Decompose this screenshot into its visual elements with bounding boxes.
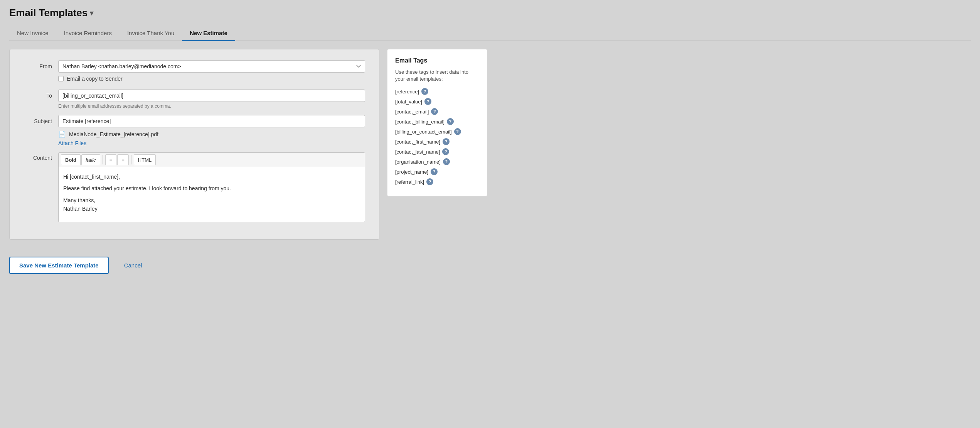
app-title: Email Templates ▾ — [9, 7, 971, 19]
tag-contact-first-name-text: [contact_first_name] — [395, 139, 440, 145]
email-copy-checkbox[interactable] — [58, 76, 64, 81]
email-tags-panel: Email Tags Use these tags to insert data… — [387, 49, 487, 196]
from-row: From Nathan Barley <nathan.barley@median… — [24, 60, 365, 83]
from-label: From — [24, 60, 58, 69]
main-content: From Nathan Barley <nathan.barley@median… — [0, 41, 980, 247]
tag-item-contact-email: [contact_email] ? — [395, 108, 479, 115]
attachment-filename: MediaNode_Estimate_[reference].pdf — [69, 131, 158, 137]
tag-contact-email-help[interactable]: ? — [431, 108, 438, 115]
tag-project-name-help[interactable]: ? — [431, 168, 438, 175]
tag-item-referral-link: [referral_link] ? — [395, 178, 479, 185]
email-copy-label: Email a copy to Sender — [67, 76, 123, 82]
editor-wrap: Bold Italic ≡ ≡ HTML Hi [contact_first_n… — [58, 152, 365, 222]
content-line1: Hi [contact_first_name], — [63, 173, 360, 181]
tag-item-reference: [reference] ? — [395, 88, 479, 95]
tag-item-contact-billing-email: [contact_billing_email] ? — [395, 118, 479, 125]
tag-item-contact-first-name: [contact_first_name] ? — [395, 138, 479, 145]
tab-new-estimate[interactable]: New Estimate — [182, 26, 235, 41]
save-button[interactable]: Save New Estimate Template — [9, 257, 109, 274]
content-row: Content Bold Italic ≡ ≡ HTML Hi [contact… — [24, 152, 365, 222]
toolbar-italic-btn[interactable]: Italic — [81, 154, 100, 165]
tag-contact-last-name-text: [contact_last_name] — [395, 149, 440, 155]
to-row: To Enter multiple email addresses separa… — [24, 90, 365, 109]
subject-label: Subject — [24, 115, 58, 124]
tag-reference-text: [reference] — [395, 89, 419, 95]
tag-total-value-help[interactable]: ? — [424, 98, 431, 105]
tag-project-name-text: [project_name] — [395, 169, 428, 175]
toolbar-divider-2 — [131, 155, 131, 164]
tag-contact-email-text: [contact_email] — [395, 109, 429, 115]
toolbar-unordered-list-btn[interactable]: ≡ — [105, 154, 117, 165]
app-title-text: Email Templates — [9, 7, 88, 19]
tab-invoice-reminders[interactable]: Invoice Reminders — [56, 26, 120, 41]
tag-item-contact-last-name: [contact_last_name] ? — [395, 148, 479, 155]
tag-item-billing-or-contact-email: [billing_or_contact_email] ? — [395, 128, 479, 135]
to-hint: Enter multiple email addresses separated… — [58, 103, 365, 109]
app-title-chevron[interactable]: ▾ — [90, 9, 93, 17]
content-label: Content — [24, 152, 58, 161]
attachment-row: 📄 MediaNode_Estimate_[reference].pdf — [58, 130, 365, 138]
tabs-nav: New Invoice Invoice Reminders Invoice Th… — [9, 26, 971, 41]
toolbar-bold-btn[interactable]: Bold — [61, 154, 81, 165]
tag-item-total-value: [total_value] ? — [395, 98, 479, 105]
tag-contact-first-name-help[interactable]: ? — [443, 138, 450, 145]
toolbar-ordered-list-btn[interactable]: ≡ — [117, 154, 129, 165]
editor-toolbar: Bold Italic ≡ ≡ HTML — [59, 153, 365, 167]
to-input[interactable] — [58, 90, 365, 102]
to-label: To — [24, 90, 58, 99]
subject-input[interactable] — [58, 115, 365, 127]
tag-organisation-name-help[interactable]: ? — [443, 158, 450, 165]
attach-files-link[interactable]: Attach Files — [58, 140, 86, 146]
email-tags-description: Use these tags to insert data into your … — [395, 69, 479, 83]
tag-total-value-text: [total_value] — [395, 99, 422, 105]
cancel-button[interactable]: Cancel — [115, 257, 152, 273]
tag-contact-billing-email-help[interactable]: ? — [447, 118, 454, 125]
editor-content[interactable]: Hi [contact_first_name], Please find att… — [59, 167, 365, 222]
attachment-file-icon: 📄 — [58, 130, 66, 138]
tag-contact-last-name-help[interactable]: ? — [442, 148, 449, 155]
tag-billing-or-contact-email-text: [billing_or_contact_email] — [395, 129, 452, 135]
toolbar-divider-1 — [103, 155, 103, 164]
tag-contact-billing-email-text: [contact_billing_email] — [395, 119, 445, 125]
form-card: From Nathan Barley <nathan.barley@median… — [9, 49, 379, 240]
tab-new-invoice[interactable]: New Invoice — [9, 26, 56, 41]
email-copy-row: Email a copy to Sender — [58, 76, 365, 82]
email-tags-title: Email Tags — [395, 57, 479, 64]
to-control-wrap: Enter multiple email addresses separated… — [58, 90, 365, 109]
content-line3: Many thanks, Nathan Barley — [63, 196, 360, 213]
content-control-wrap: Bold Italic ≡ ≡ HTML Hi [contact_first_n… — [58, 152, 365, 222]
content-line2: Please find attached your estimate. I lo… — [63, 184, 360, 193]
toolbar-html-btn[interactable]: HTML — [134, 154, 156, 165]
tag-referral-link-help[interactable]: ? — [426, 178, 433, 185]
from-select[interactable]: Nathan Barley <nathan.barley@medianode.c… — [58, 60, 365, 73]
from-control-wrap: Nathan Barley <nathan.barley@medianode.c… — [58, 60, 365, 83]
actions-row: Save New Estimate Template Cancel — [0, 247, 980, 283]
tag-reference-help[interactable]: ? — [421, 88, 428, 95]
tag-item-project-name: [project_name] ? — [395, 168, 479, 175]
subject-row: Subject 📄 MediaNode_Estimate_[reference]… — [24, 115, 365, 146]
tag-organisation-name-text: [organisation_name] — [395, 159, 441, 165]
tab-invoice-thank-you[interactable]: Invoice Thank You — [120, 26, 182, 41]
subject-control-wrap: 📄 MediaNode_Estimate_[reference].pdf Att… — [58, 115, 365, 146]
tag-billing-or-contact-email-help[interactable]: ? — [454, 128, 461, 135]
tag-item-organisation-name: [organisation_name] ? — [395, 158, 479, 165]
tag-referral-link-text: [referral_link] — [395, 179, 424, 185]
